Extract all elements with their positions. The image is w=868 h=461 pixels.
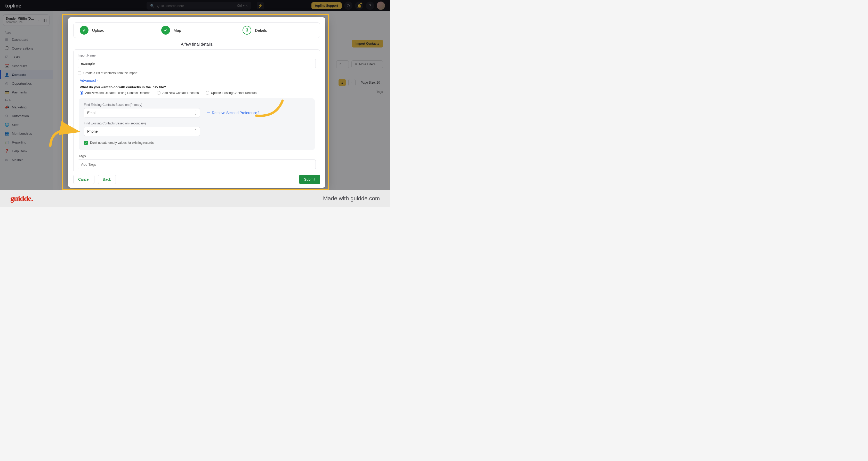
back-button[interactable]: Back (98, 175, 116, 184)
secondary-select[interactable]: Phone ⌃⌄ (84, 127, 200, 136)
checkbox-checked-icon: ✓ (84, 141, 88, 145)
details-panel: Import Name Create a list of contacts fr… (73, 49, 320, 171)
step-map: ✓ Map (161, 26, 232, 35)
radio-icon (206, 91, 209, 95)
modal-body: Import Name Create a list of contacts fr… (68, 49, 326, 171)
submit-button[interactable]: Submit (299, 175, 320, 184)
guidde-footer: guidde. Made with guidde.com (0, 190, 390, 207)
check-icon: ✓ (80, 26, 89, 35)
primary-label: Find Existing Contacts Based on (Primary… (84, 103, 310, 106)
radio-title: What do you want to do with contact/s in… (80, 85, 316, 89)
remove-second-link[interactable]: Remove Second Preference? (207, 111, 259, 115)
create-list-checkbox-row[interactable]: Create a list of contacts from the impor… (78, 71, 316, 75)
check-icon: ✓ (161, 26, 170, 35)
match-settings-box: Find Existing Contacts Based on (Primary… (79, 98, 315, 150)
step-number: 3 (243, 26, 251, 35)
import-name-input[interactable] (78, 59, 316, 68)
modal-subtitle: A few final details (68, 42, 326, 47)
cancel-button[interactable]: Cancel (73, 175, 94, 184)
step-details: 3 Details (243, 26, 314, 35)
dont-update-checkbox[interactable]: ✓ Don't update empty values for existing… (84, 141, 310, 145)
radio-add-update[interactable]: Add New and Update Existing Contact Reco… (80, 91, 150, 95)
select-caret-icon: ⌃⌄ (194, 111, 197, 115)
modal-footer: Cancel Back Submit (68, 171, 326, 188)
advanced-toggle[interactable]: Advanced › (80, 79, 316, 83)
radio-group: Add New and Update Existing Contact Reco… (80, 91, 316, 95)
guidde-logo: guidde. (10, 194, 33, 203)
tags-input[interactable] (78, 159, 316, 169)
step-upload: ✓ Upload (80, 26, 151, 35)
primary-select[interactable]: Email ⌃⌄ (84, 108, 200, 118)
import-details-modal: ✓ Upload ✓ Map 3 Details A few final det… (68, 17, 326, 188)
secondary-label: Find Existing Contacts Based on (seconda… (84, 122, 310, 125)
import-name-label: Import Name (78, 54, 316, 57)
tags-label: Tags (79, 154, 316, 158)
radio-update-existing[interactable]: Update Existing Contact Records (206, 91, 257, 95)
minus-icon (207, 113, 210, 113)
radio-icon (157, 91, 160, 95)
wizard-stepper: ✓ Upload ✓ Map 3 Details (73, 23, 320, 38)
radio-icon (80, 91, 83, 95)
radio-add-new[interactable]: Add New Contact Records (157, 91, 199, 95)
made-with-text: Made with guidde.com (323, 195, 380, 202)
select-caret-icon: ⌃⌄ (194, 129, 197, 133)
chevron-right-icon: › (97, 79, 98, 82)
checkbox-icon (78, 71, 81, 75)
